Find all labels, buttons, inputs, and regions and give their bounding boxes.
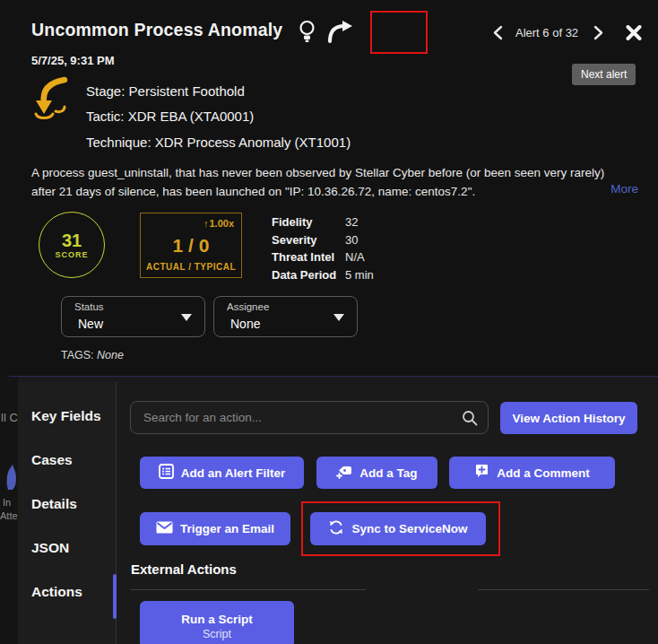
kill-chain-stage: Stage: Persistent Foothold	[86, 83, 245, 99]
search-icon	[462, 410, 478, 430]
background-page-fragments: ll C In Atte	[0, 377, 18, 644]
alert-tabs-section: ll C In Atte Key Fields Cases Details JS…	[0, 377, 658, 644]
view-action-history-button[interactable]: View Action History	[500, 402, 637, 434]
share-icon[interactable]	[327, 21, 354, 47]
add-comment-button[interactable]: Add a Comment	[449, 457, 615, 489]
add-alert-filter-button[interactable]: Add an Alert Filter	[140, 457, 304, 489]
multiplier-value: 1.00x	[209, 218, 234, 229]
previous-alert-icon[interactable]	[492, 25, 503, 44]
metric-fidelity: Fidelity 32	[272, 213, 374, 231]
metric-data-period: Data Period 5 min	[272, 266, 374, 284]
actions-panel: View Action History Add an Alert Filter	[117, 377, 658, 644]
trigger-email-button[interactable]: Trigger an Email	[140, 512, 290, 545]
chevron-down-icon	[181, 314, 192, 321]
kill-chain-tactic: Tactic: XDR EBA (XTA0001)	[86, 109, 254, 124]
run-script-subtitle: Script	[203, 628, 231, 640]
metric-severity: Severity 30	[272, 231, 374, 249]
clipped-background-text: Atte	[0, 510, 18, 521]
run-script-button[interactable]: Run a Script Script	[140, 601, 294, 644]
comment-plus-icon	[474, 464, 489, 482]
ratio-value: 1 / 0	[141, 235, 241, 257]
tab-json[interactable]: JSON	[31, 540, 69, 556]
close-icon[interactable]	[626, 25, 642, 44]
alert-pagination: Alert 6 of 32	[515, 26, 578, 39]
lightbulb-icon[interactable]	[297, 20, 317, 48]
metric-threat-intel: Threat Intel N/A	[272, 248, 374, 266]
status-value: New	[78, 317, 103, 331]
tag-plus-icon	[336, 465, 352, 482]
ratio-label: ACTUAL / TYPICAL	[141, 262, 241, 272]
next-alert-icon[interactable]	[593, 25, 604, 44]
clipped-background-icon	[4, 463, 18, 497]
alert-timestamp: 5/7/25, 9:31 PM	[31, 54, 115, 67]
alert-detail-modal: Uncommon Process Anomaly Alert 6 of 32 5…	[0, 0, 658, 644]
tab-key-fields[interactable]: Key Fields	[31, 408, 101, 424]
status-label: Status	[74, 301, 104, 312]
divider	[131, 589, 366, 590]
score-badge: 31 SCORE	[39, 212, 105, 278]
kill-chain-technique: Technique: XDR Process Anomaly (XT1001)	[86, 135, 351, 150]
alert-description: A process guest_uninstall, that has neve…	[31, 164, 619, 201]
annotation-box-header	[370, 11, 428, 54]
tags-value: None	[97, 349, 124, 361]
next-alert-tooltip[interactable]: Next alert	[572, 64, 636, 85]
envelope-icon	[156, 521, 173, 536]
clipped-background-text: ll C	[1, 411, 18, 424]
assignee-value: None	[230, 317, 260, 331]
active-tab-indicator	[113, 574, 117, 619]
tab-actions[interactable]: Actions	[31, 584, 82, 600]
divider	[479, 589, 649, 590]
metrics-list: Fidelity 32 Severity 30 Threat Intel N/A…	[272, 213, 374, 283]
page-title: Uncommon Process Anomaly	[31, 20, 282, 40]
score-label: SCORE	[55, 250, 88, 259]
action-search	[130, 401, 489, 434]
chevron-down-icon	[333, 314, 344, 321]
tags-label: TAGS:	[61, 349, 94, 361]
score-value: 31	[62, 231, 82, 250]
alert-filter-icon	[159, 464, 174, 482]
assignee-label: Assignee	[227, 301, 269, 312]
external-actions-heading: External Actions	[131, 561, 237, 577]
actual-typical-box: ↑1.00x 1 / 0 ACTUAL / TYPICAL	[140, 213, 242, 278]
persistent-foothold-stage-icon	[34, 76, 77, 128]
tags-row: TAGS: None	[61, 349, 124, 361]
tab-cases[interactable]: Cases	[31, 452, 73, 468]
clipped-background-text: In	[3, 497, 11, 508]
add-tag-button[interactable]: Add a Tag	[316, 457, 437, 489]
tab-sidebar: Key Fields Cases Details JSON Actions	[18, 382, 117, 644]
search-input[interactable]	[131, 402, 488, 433]
annotation-box-sync	[301, 501, 500, 556]
status-dropdown[interactable]: Status New	[61, 296, 205, 337]
ratio-multiplier: ↑1.00x	[203, 218, 234, 229]
more-link[interactable]: More	[610, 182, 638, 196]
assignee-dropdown[interactable]: Assignee None	[213, 296, 358, 337]
up-arrow-icon: ↑	[203, 218, 209, 229]
tab-details[interactable]: Details	[31, 496, 77, 512]
